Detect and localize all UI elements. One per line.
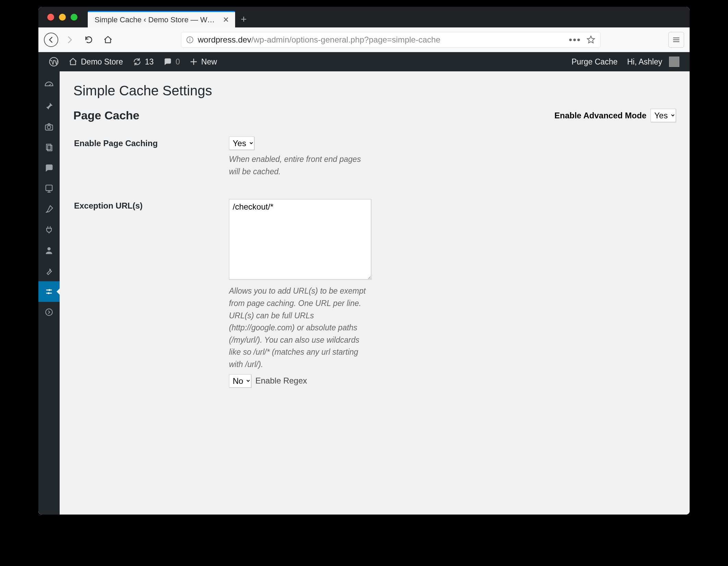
back-button[interactable] bbox=[44, 33, 58, 47]
enable-caching-label: Enable Page Caching bbox=[74, 126, 225, 188]
comments-count: 0 bbox=[175, 57, 180, 67]
menu-feedback[interactable] bbox=[38, 178, 60, 199]
feedback-icon bbox=[44, 184, 54, 193]
new-content-link[interactable]: New bbox=[185, 52, 222, 71]
camera-icon bbox=[44, 122, 54, 132]
pages-icon bbox=[45, 143, 53, 152]
enable-caching-description: When enabled, entire front end pages wil… bbox=[229, 153, 373, 178]
svg-rect-8 bbox=[46, 185, 52, 191]
svg-point-5 bbox=[47, 126, 50, 129]
browser-window: Simple Cache ‹ Demo Store — Word ✕ + wor… bbox=[38, 7, 690, 515]
menu-users[interactable] bbox=[38, 240, 60, 261]
tab-title: Simple Cache ‹ Demo Store — Word bbox=[95, 15, 218, 24]
bookmark-star-icon[interactable] bbox=[586, 35, 595, 44]
reload-icon bbox=[84, 35, 93, 44]
svg-point-10 bbox=[49, 289, 50, 291]
plus-icon bbox=[190, 58, 198, 66]
hamburger-icon bbox=[672, 36, 680, 44]
my-account-link[interactable]: Hi, Ashley bbox=[622, 57, 684, 67]
brush-icon bbox=[44, 204, 54, 214]
wrench-icon bbox=[44, 266, 54, 276]
browser-tab-bar: Simple Cache ‹ Demo Store — Word ✕ + bbox=[38, 7, 690, 27]
plug-icon bbox=[44, 225, 54, 235]
wordpress-icon bbox=[49, 57, 59, 67]
collapse-icon bbox=[45, 308, 53, 317]
updates-link[interactable]: 13 bbox=[128, 52, 159, 71]
purge-cache-link[interactable]: Purge Cache bbox=[567, 57, 622, 67]
home-button[interactable] bbox=[100, 32, 116, 48]
settings-content: Simple Cache Settings Page Cache Enable … bbox=[60, 71, 690, 515]
info-icon bbox=[186, 36, 194, 44]
svg-point-9 bbox=[47, 247, 50, 250]
home-icon bbox=[104, 35, 112, 44]
site-name: Demo Store bbox=[81, 57, 123, 67]
close-window-button[interactable] bbox=[47, 14, 54, 21]
menu-comments[interactable] bbox=[38, 158, 60, 178]
advanced-mode-label: Enable Advanced Mode bbox=[555, 111, 647, 120]
avatar bbox=[669, 57, 679, 67]
minimize-window-button[interactable] bbox=[59, 14, 66, 21]
menu-media[interactable] bbox=[38, 117, 60, 137]
advanced-mode-select[interactable]: Yes bbox=[651, 109, 676, 122]
comments-link[interactable]: 0 bbox=[158, 52, 185, 71]
home-icon bbox=[69, 57, 77, 66]
enable-caching-select[interactable]: Yes bbox=[229, 137, 254, 150]
dashboard-icon bbox=[44, 81, 54, 91]
exception-urls-label: Exception URL(s) bbox=[74, 189, 225, 398]
user-icon bbox=[44, 246, 54, 255]
new-tab-button[interactable]: + bbox=[235, 11, 252, 27]
pin-icon bbox=[44, 102, 54, 111]
wp-logo-menu[interactable] bbox=[44, 52, 64, 71]
menu-posts[interactable] bbox=[38, 96, 60, 117]
new-label: New bbox=[201, 57, 217, 67]
menu-dashboard[interactable] bbox=[38, 75, 60, 96]
menu-collapse[interactable] bbox=[38, 302, 60, 322]
exception-urls-textarea[interactable] bbox=[229, 199, 371, 280]
url-text: wordpress.dev/wp-admin/options-general.p… bbox=[198, 35, 440, 45]
exception-urls-description: Allows you to add URL(s) to be exempt fr… bbox=[229, 285, 373, 370]
arrow-left-icon bbox=[47, 36, 55, 44]
close-tab-icon[interactable]: ✕ bbox=[223, 15, 229, 24]
arrow-right-icon bbox=[65, 35, 74, 44]
page-actions-icon[interactable]: ••• bbox=[569, 34, 581, 45]
reload-button[interactable] bbox=[81, 32, 97, 48]
browser-toolbar: wordpress.dev/wp-admin/options-general.p… bbox=[38, 27, 690, 52]
menu-pages[interactable] bbox=[38, 137, 60, 158]
svg-point-12 bbox=[46, 309, 52, 316]
page-title: Simple Cache Settings bbox=[73, 83, 676, 98]
site-name-link[interactable]: Demo Store bbox=[64, 52, 128, 71]
wp-body: Simple Cache Settings Page Cache Enable … bbox=[38, 71, 690, 515]
svg-point-2 bbox=[190, 38, 190, 38]
purge-cache-label: Purge Cache bbox=[571, 57, 617, 67]
enable-regex-select[interactable]: No bbox=[229, 374, 251, 388]
menu-plugins[interactable] bbox=[38, 220, 60, 240]
menu-appearance[interactable] bbox=[38, 199, 60, 220]
enable-regex-label: Enable Regex bbox=[255, 376, 307, 386]
sliders-icon bbox=[44, 287, 54, 296]
update-icon bbox=[133, 57, 142, 66]
svg-point-11 bbox=[48, 292, 49, 294]
browser-menu-button[interactable] bbox=[668, 32, 684, 48]
greeting-text: Hi, Ashley bbox=[627, 57, 662, 67]
maximize-window-button[interactable] bbox=[71, 14, 77, 21]
comment-icon bbox=[44, 163, 54, 173]
admin-menu-collapsed bbox=[38, 71, 60, 515]
browser-tab[interactable]: Simple Cache ‹ Demo Store — Word ✕ bbox=[88, 11, 235, 27]
menu-tools[interactable] bbox=[38, 261, 60, 281]
url-input[interactable]: wordpress.dev/wp-admin/options-general.p… bbox=[181, 32, 600, 48]
window-controls bbox=[47, 14, 77, 21]
svg-rect-7 bbox=[48, 145, 52, 151]
comment-icon bbox=[163, 57, 172, 66]
section-heading: Page Cache bbox=[73, 109, 139, 122]
forward-button[interactable] bbox=[62, 32, 77, 48]
settings-form-table: Enable Page Caching Yes When enabled, en… bbox=[73, 126, 676, 399]
wp-admin-bar: Demo Store 13 0 New Purge Cache Hi, Ashl… bbox=[38, 52, 690, 71]
updates-count: 13 bbox=[145, 57, 154, 67]
menu-settings[interactable] bbox=[38, 281, 60, 302]
